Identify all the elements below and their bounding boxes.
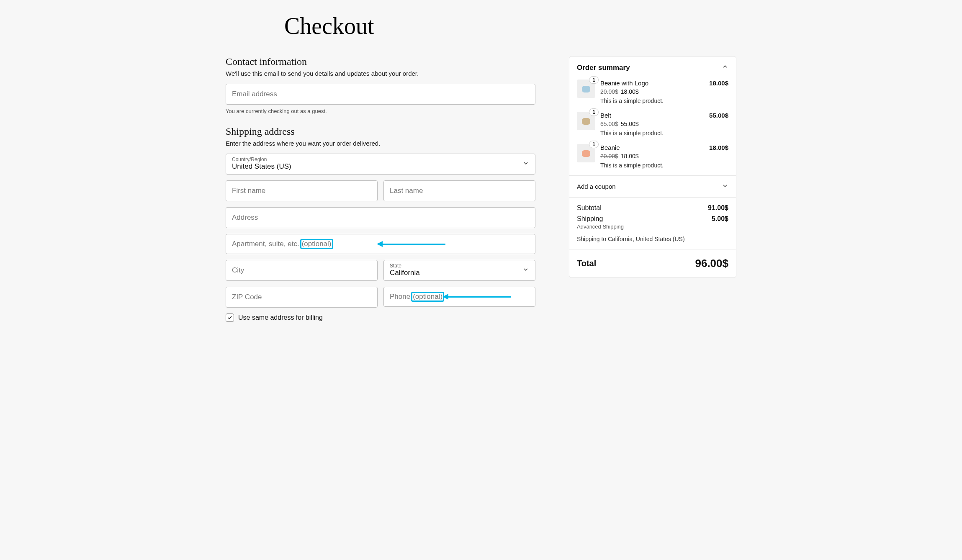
chevron-up-icon <box>722 63 728 72</box>
phone-optional-annotation: (optional) <box>412 293 443 301</box>
state-label: State <box>390 263 529 269</box>
shipping-to: Shipping to California, United States (U… <box>577 236 728 242</box>
sale-price: 18.00$ <box>621 153 639 159</box>
annotation-arrow <box>377 241 445 247</box>
shipping-heading: Shipping address <box>226 126 535 137</box>
chevron-down-icon <box>522 160 529 168</box>
first-name-input[interactable] <box>226 180 378 201</box>
total-label: Total <box>577 259 596 268</box>
annotation-arrow <box>442 294 511 300</box>
order-item: 1Beanie with Logo18.00$20.00$18.00$This … <box>577 80 728 104</box>
order-item: 1Belt55.00$65.00$55.00$This is a simple … <box>577 112 728 136</box>
subtotal-value: 91.00$ <box>708 204 728 212</box>
original-price: 20.00$ <box>600 153 618 159</box>
add-coupon-toggle[interactable]: Add a coupon <box>569 176 736 198</box>
product-name: Belt <box>600 112 611 119</box>
chevron-down-icon <box>722 182 728 190</box>
shipping-section: Shipping address Enter the address where… <box>226 126 535 322</box>
apartment-input[interactable]: Apartment, suite, etc. (optional) <box>226 234 535 254</box>
subtotal-label: Subtotal <box>577 204 602 212</box>
contact-sub: We'll use this email to send you details… <box>226 70 535 77</box>
order-summary-toggle[interactable]: Order summary <box>577 63 728 72</box>
line-total: 18.00$ <box>709 80 728 87</box>
quantity-badge: 1 <box>589 108 599 116</box>
state-select[interactable]: State California <box>383 260 535 281</box>
quantity-badge: 1 <box>589 141 599 148</box>
shipping-sub: Enter the address where you want your or… <box>226 140 535 147</box>
address-input[interactable] <box>226 207 535 228</box>
product-description: This is a simple product. <box>600 98 728 104</box>
line-total: 18.00$ <box>709 144 728 151</box>
last-name-input[interactable] <box>383 180 535 201</box>
shipping-method: Advanced Shipping <box>577 223 728 230</box>
country-select[interactable]: Country/Region United States (US) <box>226 154 535 175</box>
state-value: California <box>390 269 529 277</box>
email-input[interactable] <box>226 84 535 105</box>
quantity-badge: 1 <box>589 76 599 84</box>
svg-rect-2 <box>582 150 590 157</box>
contact-heading: Contact information <box>226 56 535 67</box>
phone-input[interactable]: Phone (optional) <box>383 287 535 307</box>
chevron-down-icon <box>522 266 529 275</box>
order-item: 1Beanie18.00$20.00$18.00$This is a simpl… <box>577 144 728 169</box>
shipping-value: 5.00$ <box>712 215 728 223</box>
city-input[interactable] <box>226 260 378 281</box>
guest-note: You are currently checking out as a gues… <box>226 108 535 114</box>
apartment-placeholder: Apartment, suite, etc. <box>232 240 299 248</box>
original-price: 65.00$ <box>600 121 618 127</box>
svg-rect-1 <box>582 118 590 125</box>
sale-price: 55.00$ <box>621 121 639 127</box>
line-total: 55.00$ <box>709 112 728 119</box>
page-title: Checkout <box>284 13 736 39</box>
same-billing-label: Use same address for billing <box>238 314 323 321</box>
product-name: Beanie with Logo <box>600 80 648 87</box>
total-value: 96.00$ <box>695 257 728 270</box>
svg-rect-0 <box>582 86 590 92</box>
same-billing-checkbox[interactable] <box>226 313 234 322</box>
original-price: 20.00$ <box>600 88 618 95</box>
coupon-label: Add a coupon <box>577 183 616 190</box>
country-label: Country/Region <box>232 157 529 162</box>
product-name: Beanie <box>600 144 620 151</box>
apartment-optional-annotation: (optional) <box>301 240 332 248</box>
sale-price: 18.00$ <box>621 88 639 95</box>
order-summary-heading: Order summary <box>577 64 630 72</box>
phone-placeholder: Phone <box>390 293 410 301</box>
order-summary-panel: Order summary 1Beanie with Logo18.00$20.… <box>569 56 736 278</box>
product-description: This is a simple product. <box>600 162 728 169</box>
country-value: United States (US) <box>232 162 529 171</box>
zip-input[interactable] <box>226 287 378 308</box>
shipping-label: Shipping <box>577 215 603 223</box>
product-description: This is a simple product. <box>600 130 728 136</box>
contact-section: Contact information We'll use this email… <box>226 56 535 114</box>
